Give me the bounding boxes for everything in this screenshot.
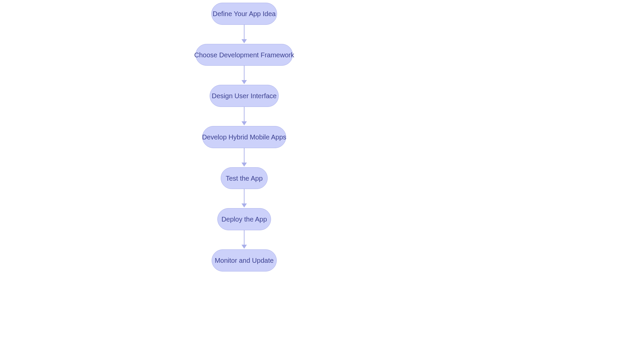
flow-node-label: Define Your App Idea (213, 10, 276, 17)
flow-arrow (244, 189, 245, 207)
flow-node-label: Deploy the App (221, 216, 267, 223)
flow-node-label: Develop Hybrid Mobile Apps (202, 134, 286, 140)
flow-node-label: Monitor and Update (215, 257, 274, 264)
flow-node-monitor-update: Monitor and Update (212, 249, 277, 271)
flow-arrow (244, 66, 245, 84)
flow-node-label: Design User Interface (212, 93, 276, 99)
flow-node-deploy-app: Deploy the App (217, 208, 271, 230)
flow-node-design-ui: Design User Interface (210, 85, 279, 107)
flow-node-label: Choose Development Framework (194, 52, 294, 58)
flow-arrow (244, 148, 245, 166)
flow-arrow (244, 230, 245, 248)
flow-node-choose-framework: Choose Development Framework (196, 44, 293, 66)
flow-node-label: Test the App (226, 175, 263, 182)
flow-arrow (244, 107, 245, 125)
flow-node-test-app: Test the App (221, 167, 268, 189)
flowchart-canvas: Define Your App Idea Choose Development … (0, 0, 644, 363)
flow-arrow (244, 25, 245, 43)
flow-node-develop-hybrid: Develop Hybrid Mobile Apps (202, 126, 286, 148)
flow-node-define-app-idea: Define Your App Idea (211, 3, 277, 25)
